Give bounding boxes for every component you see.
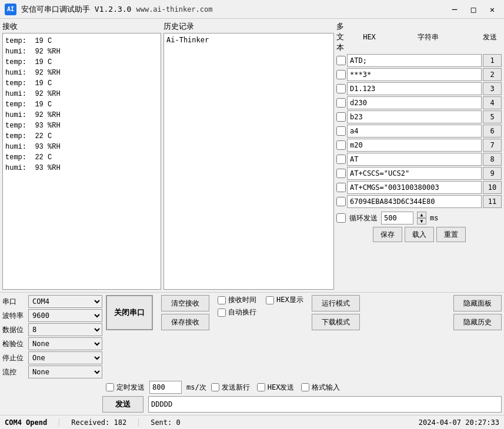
mt-checkbox-11[interactable] [336,197,346,206]
history-box[interactable]: Ai-Thinker [163,33,334,290]
receive-time-option: 接收时间 [218,295,256,305]
mt-input-4[interactable] [347,96,482,109]
send-newline-checkbox[interactable] [211,383,219,391]
title-bar: AI 安信可串口调试助手 V1.2.3.0 www.ai-thinker.com… [0,0,504,19]
bottom-controls: 串口 COM4 波特率 9600 数据位 8 [0,292,504,415]
timed-send-input[interactable] [149,381,182,394]
col-send-label: 发送 [478,32,502,42]
port-label: 串口 [2,297,26,307]
middle-buttons: 清空接收 保存接收 [161,295,209,330]
baud-select[interactable]: 9600 [28,309,102,322]
history-label: 历史记录 [163,21,334,32]
loop-send-checkbox[interactable] [336,213,346,223]
run-mode-button[interactable]: 运行模式 [312,295,360,311]
auto-wrap-checkbox[interactable] [218,309,226,317]
main-content: 接收 temp: 19 C humi: 92 %RH temp: 19 C hu… [0,19,504,429]
minimize-button[interactable]: ─ [448,2,462,16]
mt-send-btn-10[interactable]: 10 [483,181,502,194]
window-controls[interactable]: ─ □ ✕ [448,2,499,16]
load-button[interactable]: 载入 [405,227,434,242]
receive-box[interactable]: temp: 19 C humi: 92 %RH temp: 19 C humi:… [2,33,161,290]
title-left: AI 安信可串口调试助手 V1.2.3.0 www.ai-thinker.com [5,4,213,15]
close-button[interactable]: ✕ [485,2,499,16]
maximize-button[interactable]: □ [466,2,480,16]
multitext-row-8: 8 [336,153,502,166]
status-separator2 [138,418,139,427]
receive-time-label: 接收时间 [228,295,256,305]
save-button[interactable]: 保存 [373,227,402,242]
mt-checkbox-7[interactable] [336,140,346,150]
mt-input-7[interactable] [347,139,482,152]
mt-input-5[interactable] [347,110,482,123]
stopbits-setting: 停止位 One [2,351,102,364]
clear-receive-button[interactable]: 清空接收 [161,295,209,311]
stopbits-select[interactable]: One [28,351,102,364]
mt-send-btn-4[interactable]: 4 [483,96,502,109]
databits-select[interactable]: 8 [28,323,102,336]
mt-send-btn-8[interactable]: 8 [483,153,502,166]
multitext-rows: 1 2 3 4 5 6 7 8 [336,54,502,208]
timed-send-label: 定时发送 [116,383,145,393]
spin-down-button[interactable]: ▼ [417,218,426,224]
mt-checkbox-10[interactable] [336,183,346,192]
mt-send-btn-11[interactable]: 11 [483,195,502,208]
mt-checkbox-1[interactable] [336,56,346,65]
send-newline-option: 发送新行 [211,383,250,393]
mt-checkbox-3[interactable] [336,84,346,93]
serial-port-button[interactable]: 关闭串口 [106,295,153,330]
mt-send-btn-9[interactable]: 9 [483,167,502,180]
mt-checkbox-5[interactable] [336,112,346,122]
hex-display-checkbox[interactable] [266,296,274,304]
parity-select[interactable]: None [28,337,102,350]
mt-send-btn-6[interactable]: 6 [483,125,502,138]
mt-input-2[interactable] [347,68,482,81]
mt-checkbox-6[interactable] [336,126,346,136]
auto-wrap-label: 自动换行 [228,307,256,317]
stopbits-label: 停止位 [2,353,26,363]
mt-checkbox-8[interactable] [336,155,346,164]
mt-input-1[interactable] [347,54,482,67]
hide-history-button[interactable]: 隐藏历史 [453,314,502,330]
mt-send-btn-5[interactable]: 5 [483,110,502,123]
receive-time-checkbox[interactable] [218,296,226,304]
spin-up-button[interactable]: ▲ [417,212,426,218]
mt-send-btn-1[interactable]: 1 [483,54,502,67]
mt-input-3[interactable] [347,82,482,95]
send-button[interactable]: 发送 [102,396,143,413]
multitext-row-3: 3 [336,82,502,95]
mt-send-btn-7[interactable]: 7 [483,139,502,152]
port-setting: 串口 COM4 [2,295,102,308]
mt-checkbox-9[interactable] [336,169,346,178]
hex-send-checkbox[interactable] [257,383,265,391]
multitext-panel: 多文本 HEX 字符串 发送 1 2 3 4 [336,21,502,290]
parity-setting: 检验位 None [2,337,102,350]
mt-input-11[interactable] [347,195,482,208]
multitext-row-11: 11 [336,195,502,208]
format-input-checkbox[interactable] [301,383,309,391]
flowcontrol-label: 流控 [2,367,26,377]
mt-send-btn-2[interactable]: 2 [483,68,502,81]
mt-input-10[interactable] [347,181,482,194]
databits-setting: 数据位 8 [2,323,102,336]
reset-button[interactable]: 重置 [436,227,466,242]
loop-spinner[interactable]: ▲ ▼ [417,212,426,224]
mt-send-btn-3[interactable]: 3 [483,82,502,95]
mt-input-9[interactable] [347,167,482,180]
parity-label: 检验位 [2,339,26,349]
mt-checkbox-2[interactable] [336,70,346,79]
download-mode-button[interactable]: 下载模式 [312,314,360,330]
port-select[interactable]: COM4 [28,295,102,308]
save-receive-button[interactable]: 保存接收 [161,314,209,330]
loop-send-input[interactable] [381,212,413,224]
mt-checkbox-4[interactable] [336,98,346,108]
flowcontrol-select[interactable]: None [28,366,102,378]
timed-send-checkbox[interactable] [106,383,114,391]
mt-input-6[interactable] [347,125,482,138]
hide-panel-button[interactable]: 隐藏面板 [453,295,502,311]
app-title: 安信可串口调试助手 V1.2.3.0 [21,4,131,15]
mt-input-8[interactable] [347,153,482,166]
status-bar: COM4 Opend Received: 182 Sent: 0 2024-04… [0,415,504,429]
send-input[interactable] [148,396,502,413]
option-row2: 自动换行 [218,307,303,317]
col-hex-label: HEX [361,33,378,41]
